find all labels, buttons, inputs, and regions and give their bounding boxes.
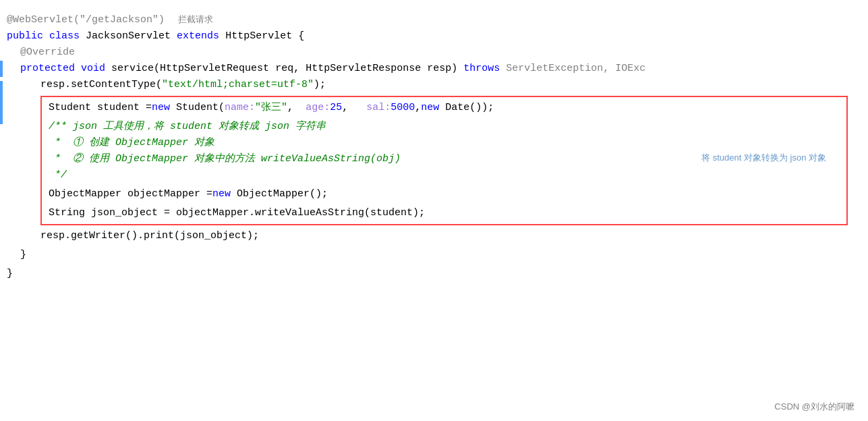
line-comment-step1: * ① 创建 ObjectMapper 对象 xyxy=(49,135,840,151)
param-sal-label: sal: xyxy=(366,100,390,116)
line-close-method: } xyxy=(0,247,868,263)
line-student-new: Student student = new Student( name: "张三… xyxy=(49,100,840,116)
kw-throws: throws xyxy=(463,61,500,77)
line-method-sig: protected void service( HttpServletReque… xyxy=(0,61,868,77)
print-call: resp.getWriter().print(json_object); xyxy=(40,228,259,244)
kw-new-2: new xyxy=(421,100,439,116)
watermark: CSDN @刘水的阿嚒 xyxy=(774,400,855,414)
param-name-val: "张三" xyxy=(255,100,287,116)
comma-2: , xyxy=(342,100,366,116)
left-bar-2 xyxy=(0,103,3,124)
override-annotation: @Override xyxy=(20,45,75,61)
close-method-brace: } xyxy=(20,247,26,263)
param-type-1: HttpServletRequest xyxy=(160,61,269,77)
line-objectmapper: ObjectMapper objectMapper = new ObjectMa… xyxy=(49,186,840,202)
exception-1: ServletException, IOExc xyxy=(506,61,645,77)
parent-class: HttpServlet { xyxy=(225,28,304,45)
kw-class: class xyxy=(49,28,80,45)
method-name: service( xyxy=(111,61,160,77)
kw-void: void xyxy=(81,61,105,77)
semicolon-1: ); xyxy=(314,77,326,93)
line-comment-start: /** json 工具使用，将 student 对象转成 json 字符串 xyxy=(49,119,840,135)
kw-new-3: new xyxy=(212,186,231,202)
class-name: JacksonServlet xyxy=(86,28,171,45)
param-type-2: HttpServletResponse xyxy=(306,61,421,77)
annotation-text: @WebServlet("/getJackson") xyxy=(7,12,165,28)
param-sal-val: 5000 xyxy=(390,100,415,116)
student-type: Student student = xyxy=(49,100,152,116)
param-age-val: 25 xyxy=(330,100,342,116)
line-print: resp.getWriter().print(json_object); xyxy=(0,228,868,244)
param-name-1: req, xyxy=(275,61,299,77)
kw-new-1: new xyxy=(152,100,170,116)
line-annotation: @WebServlet("/getJackson") 拦截请求 xyxy=(0,7,868,28)
comma-3: , xyxy=(415,100,421,116)
comment-step1-text: * ① 创建 ObjectMapper 对象 xyxy=(49,135,214,151)
resp-obj: resp.setContentType( xyxy=(40,77,162,93)
comment-text-start: /** json 工具使用，将 student 对象转成 json 字符串 xyxy=(49,119,326,135)
kw-protected: protected xyxy=(20,61,75,77)
side-comment-text: 将 student 对象转换为 json 对象 xyxy=(701,151,826,165)
date-constructor: Date()); xyxy=(445,100,494,116)
string-type: String json_object = objectMapper.writeV… xyxy=(49,205,425,221)
objectmapper-decl: ObjectMapper objectMapper = xyxy=(49,186,212,202)
code-container: @WebServlet("/getJackson") 拦截请求 public c… xyxy=(0,0,868,421)
highlighted-code-block: Student student = new Student( name: "张三… xyxy=(40,96,848,225)
close-class-brace: } xyxy=(7,266,13,282)
line-set-content-type: resp.setContentType( "text/html;charset=… xyxy=(0,77,868,93)
line-comment-end: */ xyxy=(49,167,840,184)
comma-1: , xyxy=(287,100,306,116)
line-comment-step2: * ② 使用 ObjectMapper 对象中的方法 writeValueAsS… xyxy=(49,151,840,167)
objectmapper-constructor: ObjectMapper(); xyxy=(237,186,328,202)
param-age-label: age: xyxy=(306,100,330,116)
kw-extends: extends xyxy=(177,28,219,45)
param-name-2: resp) xyxy=(427,61,457,77)
left-bar-method xyxy=(0,61,3,77)
student-constructor: Student( xyxy=(176,100,225,116)
line-json-object: String json_object = objectMapper.writeV… xyxy=(49,205,840,221)
line-close-class: } xyxy=(0,266,868,282)
line-override: @Override xyxy=(0,45,868,61)
content-type-string: "text/html;charset=utf-8" xyxy=(162,77,314,93)
left-bar-3 xyxy=(0,329,22,351)
line-class-decl: public class JacksonServlet extends Http… xyxy=(0,28,868,45)
interceptor-label: 拦截请求 xyxy=(178,13,213,27)
param-name-label: name: xyxy=(225,100,255,116)
kw-public: public xyxy=(7,28,43,45)
comment-step2-text: * ② 使用 ObjectMapper 对象中的方法 writeValueAsS… xyxy=(49,151,401,167)
comment-end-text: */ xyxy=(49,167,67,184)
